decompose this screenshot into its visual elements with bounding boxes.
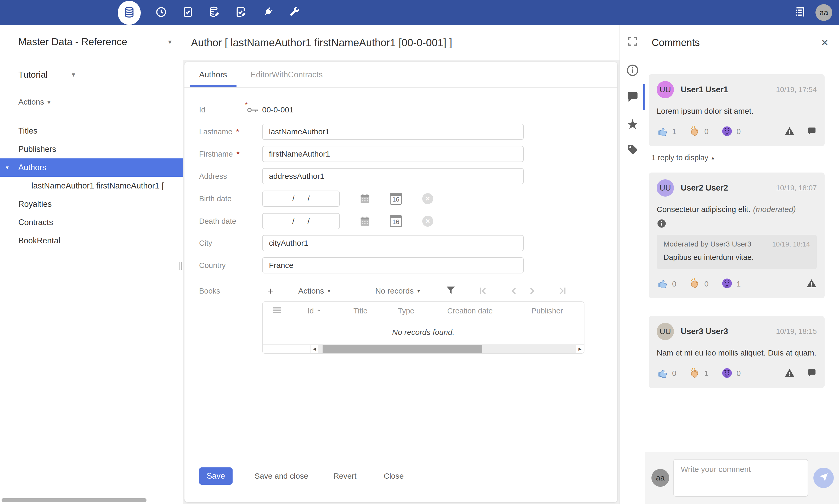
previous-page-button[interactable] xyxy=(508,285,520,297)
sidebar-actions-dropdown[interactable]: Actions ▾ xyxy=(18,96,51,108)
clap-reaction[interactable]: 0 xyxy=(689,125,709,138)
comment-timestamp: 10/19, 18:07 xyxy=(776,184,817,192)
save-button[interactable]: Save xyxy=(199,467,232,485)
like-count: 0 xyxy=(672,280,676,288)
thinking-reaction[interactable]: 0 xyxy=(721,367,741,380)
row-menu-column[interactable] xyxy=(263,305,292,317)
country-field[interactable] xyxy=(262,257,524,273)
user-avatar[interactable]: aa xyxy=(816,4,832,21)
checklist-icon xyxy=(182,6,194,19)
sidebar-item-contracts[interactable]: Contracts xyxy=(0,213,183,232)
reply-toggle[interactable]: 1 reply to display ▴ xyxy=(651,154,825,162)
module-tasks[interactable] xyxy=(181,6,194,19)
module-settings[interactable] xyxy=(288,6,301,19)
address-field[interactable] xyxy=(262,168,524,184)
add-book-button[interactable]: + xyxy=(264,286,277,297)
reply-comment-button[interactable] xyxy=(807,126,817,137)
calendar-today-icon[interactable]: 16 xyxy=(390,193,402,205)
clap-icon xyxy=(689,277,701,290)
report-comment-button[interactable] xyxy=(806,278,817,290)
send-comment-button[interactable] xyxy=(814,468,834,488)
last-page-button[interactable] xyxy=(557,285,569,297)
expand-panel-button[interactable] xyxy=(627,36,639,48)
column-header-id[interactable]: Id xyxy=(292,307,338,315)
tab-authors[interactable]: Authors xyxy=(199,62,227,88)
sidebar-resize-handle[interactable] xyxy=(179,262,182,270)
column-header-type[interactable]: Type xyxy=(383,307,430,315)
death-date-field[interactable] xyxy=(262,213,340,229)
like-reaction[interactable]: 0 xyxy=(657,277,676,290)
scrollbar-track[interactable] xyxy=(318,345,576,353)
column-header-creation-date[interactable]: Creation date xyxy=(430,307,510,315)
like-reaction[interactable]: 0 xyxy=(657,367,676,380)
next-page-button[interactable] xyxy=(526,285,538,297)
sidebar-horizontal-scrollbar[interactable] xyxy=(2,498,146,502)
calendar-picker-icon[interactable] xyxy=(359,215,371,227)
books-pager-dropdown[interactable]: No records ▾ xyxy=(375,287,420,295)
moderation-text: Dapibus eu interdum vitae. xyxy=(663,253,810,262)
editor-card: Authors EditorWithContracts Id * 00-0-00… xyxy=(185,62,617,502)
app-menu-selector[interactable]: Master Data - Reference ▾ xyxy=(18,34,172,50)
sidebar-item-bookrental[interactable]: BookRental xyxy=(0,232,183,250)
save-and-close-button[interactable]: Save and close xyxy=(255,472,308,481)
close-button[interactable]: Close xyxy=(384,472,404,481)
firstname-field[interactable] xyxy=(262,146,524,162)
scrollbar-thumb[interactable] xyxy=(322,345,482,353)
books-table: Id Title Type Creation date Publisher No… xyxy=(262,301,584,354)
column-header-publisher[interactable]: Publisher xyxy=(510,307,584,315)
clap-reaction[interactable]: 0 xyxy=(689,277,709,290)
clear-date-icon[interactable]: ✕ xyxy=(422,193,433,204)
scroll-left-icon[interactable]: ◀ xyxy=(311,345,318,353)
thinking-reaction[interactable]: 1 xyxy=(721,277,741,290)
reply-comment-button[interactable] xyxy=(807,368,817,379)
tab-info[interactable] xyxy=(626,64,639,78)
sidebar-item-titles[interactable]: Titles xyxy=(0,122,183,140)
first-page-button[interactable] xyxy=(477,285,488,297)
moderation-info-button[interactable] xyxy=(657,218,817,230)
module-master-data-active[interactable] xyxy=(118,1,141,25)
avatar: UU xyxy=(657,323,674,340)
birth-date-field[interactable] xyxy=(262,191,340,207)
module-integrations[interactable] xyxy=(262,6,274,19)
sidebar-item-publishers[interactable]: Publishers xyxy=(0,140,183,158)
like-reaction[interactable]: 1 xyxy=(657,125,676,138)
moderation-title: Moderated by User3 User3 xyxy=(663,240,751,248)
revert-button[interactable]: Revert xyxy=(333,472,356,481)
activity-log-button[interactable] xyxy=(793,6,805,19)
scroll-right-icon[interactable]: ▶ xyxy=(576,345,584,353)
sidebar-item-royalties[interactable]: Royalties xyxy=(0,195,183,213)
thumbs-up-icon xyxy=(657,125,669,138)
address-label: Address xyxy=(199,172,227,181)
books-actions-dropdown[interactable]: Actions ▾ xyxy=(298,287,330,295)
comment-author: User1 User1 xyxy=(681,85,728,94)
filter-button[interactable] xyxy=(445,285,456,297)
editor-tabs: Authors EditorWithContracts xyxy=(185,62,617,88)
clap-count: 0 xyxy=(704,127,709,136)
tab-comments[interactable] xyxy=(626,90,639,105)
clear-date-icon[interactable]: ✕ xyxy=(422,216,433,227)
comment-bubble-icon xyxy=(626,90,639,105)
city-field[interactable] xyxy=(262,235,524,251)
module-data-edit[interactable] xyxy=(208,6,221,19)
sidebar-item-author-record[interactable]: lastNameAuthor1 firstNameAuthor1 [ xyxy=(0,177,183,195)
comment-input[interactable] xyxy=(674,459,808,497)
close-icon[interactable]: ✕ xyxy=(821,37,829,48)
module-scheduler[interactable] xyxy=(155,6,168,19)
tab-editorwithcontracts[interactable]: EditorWithContracts xyxy=(251,62,323,88)
clap-reaction[interactable]: 1 xyxy=(689,367,709,380)
tab-favorites[interactable]: ★ xyxy=(626,117,639,131)
info-filled-icon xyxy=(657,225,667,229)
thinking-reaction[interactable]: 0 xyxy=(721,125,741,138)
tab-tags[interactable] xyxy=(626,143,639,157)
calendar-today-icon[interactable]: 16 xyxy=(390,215,402,227)
module-task-edit[interactable] xyxy=(235,6,247,19)
report-comment-button[interactable] xyxy=(784,126,795,138)
sidebar-item-authors[interactable]: ▾ Authors xyxy=(0,158,183,177)
calendar-picker-icon[interactable] xyxy=(359,193,371,205)
column-header-title[interactable]: Title xyxy=(338,307,383,315)
menu-section-selector[interactable]: Tutorial ▾ xyxy=(18,68,75,82)
lastname-field[interactable] xyxy=(262,124,524,140)
reply-bubble-icon xyxy=(807,126,817,137)
empty-table-message: No records found. xyxy=(263,320,584,344)
report-comment-button[interactable] xyxy=(784,368,795,379)
